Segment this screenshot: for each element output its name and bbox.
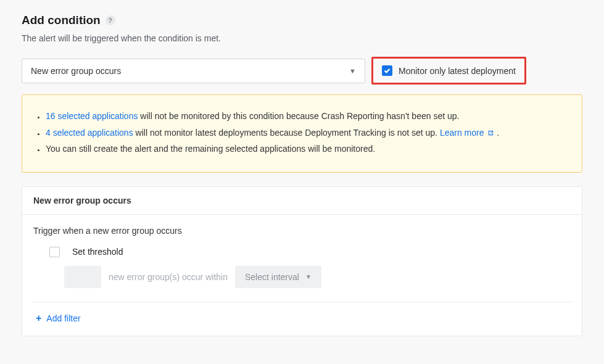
condition-select-value: New error group occurs — [31, 66, 121, 76]
monitor-latest-highlight: Monitor only latest deployment — [371, 57, 526, 85]
monitor-latest-label: Monitor only latest deployment — [399, 66, 516, 76]
warning-trailing: . — [494, 128, 499, 138]
add-filter-label: Add filter — [46, 313, 80, 323]
warning-item: 16 selected applications will not be mon… — [46, 110, 569, 123]
warning-text: will not monitor latest deployments beca… — [133, 128, 440, 138]
warning-text: You can still create the alert and the r… — [46, 144, 375, 154]
page-subtitle: The alert will be triggered when the con… — [22, 33, 582, 43]
page-title: Add condition — [22, 14, 101, 27]
warning-link-apps-4[interactable]: 4 selected applications — [46, 128, 133, 138]
set-threshold-checkbox[interactable] — [49, 247, 60, 257]
warning-text: will not be monitored by this condition … — [138, 111, 459, 121]
chevron-down-icon: ▼ — [349, 67, 356, 75]
threshold-count-input[interactable] — [64, 266, 101, 288]
condition-select[interactable]: New error group occurs ▼ — [22, 59, 365, 83]
add-filter-button[interactable]: + Add filter — [33, 313, 81, 323]
condition-card: New error group occurs Trigger when a ne… — [22, 186, 582, 336]
divider — [33, 302, 571, 302]
set-threshold-label: Set threshold — [72, 247, 123, 257]
warning-item: 4 selected applications will not monitor… — [46, 127, 569, 139]
card-title: New error group occurs — [22, 187, 582, 215]
warning-panel: 16 selected applications will not be mon… — [22, 94, 582, 173]
interval-select[interactable]: Select interval ▼ — [235, 266, 321, 288]
external-link-icon — [487, 130, 494, 136]
interval-select-placeholder: Select interval — [245, 272, 299, 282]
plus-icon: + — [36, 313, 41, 323]
warning-link-apps-16[interactable]: 16 selected applications — [46, 111, 138, 121]
trigger-description: Trigger when a new error group occurs — [33, 226, 571, 236]
chevron-down-icon: ▼ — [305, 273, 312, 280]
warning-item: You can still create the alert and the r… — [46, 143, 569, 155]
check-icon — [384, 67, 391, 74]
help-icon[interactable]: ? — [105, 15, 115, 25]
learn-more-link[interactable]: Learn more — [440, 128, 494, 138]
threshold-muted-text: new error group(s) occur within — [109, 272, 228, 282]
monitor-latest-checkbox[interactable] — [382, 65, 392, 76]
